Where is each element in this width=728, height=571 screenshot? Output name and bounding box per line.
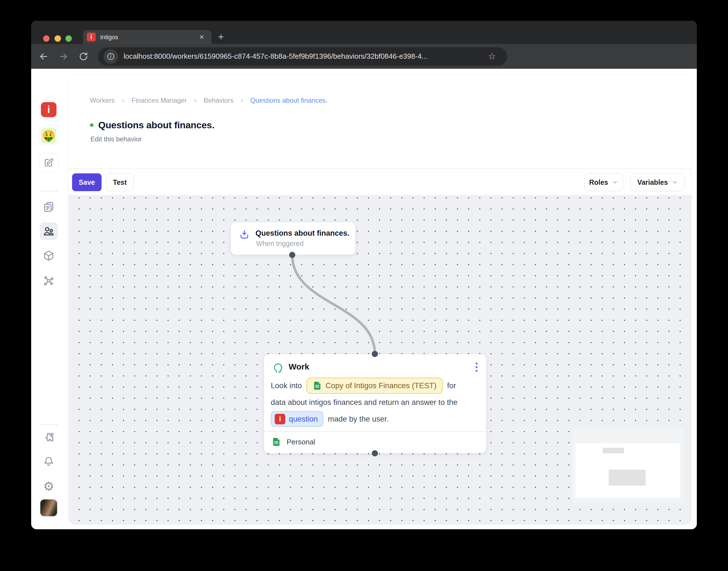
canvas-minimap[interactable] — [572, 429, 684, 502]
page-title-row: Questions about finances. — [90, 120, 215, 130]
page-subtitle: Edit this behavior — [91, 135, 142, 143]
chevron-right-icon: › — [194, 96, 197, 105]
tab-strip: i Intigos ✕ + — [31, 21, 697, 44]
trigger-node[interactable]: Questions about finances. When triggered — [231, 222, 355, 255]
roles-label: Roles — [589, 179, 608, 187]
sidebar-item-plugins[interactable] — [42, 431, 55, 443]
chevron-down-icon — [612, 179, 618, 185]
edge-trigger-to-work[interactable] — [292, 255, 375, 354]
breadcrumb-workers[interactable]: Workers — [90, 97, 115, 104]
close-window-button[interactable] — [43, 35, 49, 42]
chevron-right-icon: › — [122, 96, 124, 105]
tab-title: Intigos — [100, 34, 118, 41]
status-dot — [90, 123, 94, 127]
header-divider — [69, 168, 691, 168]
save-button[interactable]: Save — [72, 174, 102, 191]
gear-icon: ⚙ — [43, 479, 54, 493]
chevron-down-icon — [672, 179, 678, 185]
app-logo[interactable]: i — [41, 102, 56, 117]
body-text: data about intigos finances and return a… — [271, 398, 458, 407]
clipboard-icon — [42, 201, 55, 213]
avatar — [40, 499, 57, 516]
work-body-line3: i question made by the user. — [271, 411, 389, 427]
minimap-trigger-node — [603, 448, 624, 453]
variable-chip-label: question — [289, 415, 318, 424]
behavior-editor-card: Workers › Finances Manager › Behaviors ›… — [68, 74, 691, 525]
variables-dropdown[interactable]: Variables — [630, 174, 685, 191]
bookmark-star-icon[interactable]: ☆ — [488, 51, 496, 62]
edit-icon — [43, 157, 54, 168]
zoom-window-button[interactable] — [66, 35, 72, 42]
dataset-chip-label: Copy of Intigos Finances (TEST) — [326, 381, 437, 390]
trigger-icon — [239, 229, 250, 241]
users-icon — [42, 225, 55, 237]
app-page: i 🤑 ⚙ — [31, 69, 697, 529]
chevron-right-icon: › — [241, 96, 243, 105]
body-text: for — [447, 381, 456, 390]
variable-chip[interactable]: i question — [271, 411, 323, 427]
variables-label: Variables — [637, 179, 668, 187]
dataset-chip[interactable]: Copy of Intigos Finances (TEST) — [307, 378, 443, 394]
minimize-window-button[interactable] — [54, 35, 61, 42]
sidebar-item-workers[interactable] — [40, 222, 57, 240]
tab-close-icon[interactable]: ✕ — [198, 33, 206, 41]
breadcrumb-current[interactable]: Questions about finances. — [250, 97, 328, 104]
test-button[interactable]: Test — [106, 174, 134, 191]
body-text: Look into — [271, 381, 302, 390]
flow-canvas[interactable]: Questions about finances. When triggered… — [69, 195, 691, 525]
cube-icon — [42, 250, 55, 262]
breadcrumb-finances-manager[interactable]: Finances Manager — [132, 97, 187, 104]
work-node-title: Work — [288, 362, 309, 371]
bell-icon — [43, 456, 54, 467]
new-tab-button[interactable]: + — [215, 31, 227, 42]
intigos-variable-icon: i — [275, 414, 285, 424]
sidebar-item-settings[interactable]: ⚙ — [42, 480, 55, 492]
work-body-line1: Look into Copy of Intigos Finances (TEST… — [271, 378, 456, 394]
sidebar-user-avatar[interactable] — [40, 499, 57, 517]
browser-window: i Intigos ✕ + localhost:8000/workers/615… — [31, 21, 697, 529]
work-body-line2: data about intigos finances and return a… — [271, 396, 458, 408]
page-title: Questions about finances. — [98, 120, 215, 130]
sheets-icon — [272, 437, 281, 447]
url-text: localhost:8000/workers/61590965-c874-457… — [124, 52, 428, 61]
tab-favicon-icon: i — [87, 32, 96, 41]
trigger-node-subtitle: When triggered — [256, 240, 304, 248]
sidebar-item-templates[interactable] — [42, 201, 55, 213]
sidebar-divider-bottom — [40, 424, 57, 425]
node-footer-divider — [264, 431, 486, 432]
sidebar-item-datasets[interactable] — [42, 250, 55, 262]
forward-icon[interactable] — [57, 50, 69, 62]
sidebar-item-notifications[interactable] — [42, 455, 55, 467]
trigger-node-title: Questions about finances. — [255, 229, 350, 238]
network-icon — [42, 275, 55, 287]
roles-dropdown[interactable]: Roles — [584, 174, 623, 191]
sidebar-item-worker-emoji[interactable]: 🤑 — [39, 126, 58, 145]
sidebar-item-compose[interactable] — [39, 153, 58, 172]
sheets-icon — [313, 381, 322, 390]
node-menu-icon[interactable] — [476, 363, 478, 372]
footer-dataset-label: Personal — [287, 438, 315, 446]
back-icon[interactable] — [38, 50, 49, 62]
body-text: made by the user. — [328, 415, 389, 424]
work-node[interactable]: Work Look into Copy of Intigos Finances … — [264, 354, 486, 453]
breadcrumb-behaviors[interactable]: Behaviors — [204, 97, 234, 104]
puzzle-icon — [43, 431, 54, 443]
node-footer[interactable]: Personal — [272, 436, 315, 448]
reload-icon[interactable] — [78, 50, 89, 62]
url-bar[interactable]: localhost:8000/workers/61590965-c874-457… — [98, 47, 507, 66]
site-info-icon[interactable] — [104, 49, 118, 64]
sidebar-item-integrations[interactable] — [42, 275, 55, 287]
breadcrumb: Workers › Finances Manager › Behaviors ›… — [90, 96, 328, 105]
browser-tab[interactable]: i Intigos ✕ — [83, 30, 212, 44]
sidebar-divider — [40, 191, 57, 192]
browser-toolbar: localhost:8000/workers/61590965-c874-457… — [31, 44, 697, 69]
minimap-work-node — [609, 470, 646, 485]
worker-emoji-icon: 🤑 — [41, 128, 56, 143]
work-head-icon — [271, 361, 285, 375]
